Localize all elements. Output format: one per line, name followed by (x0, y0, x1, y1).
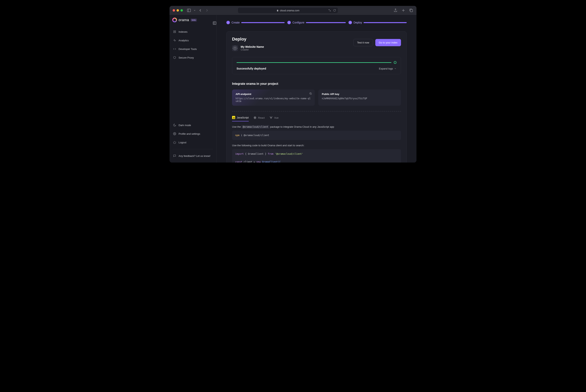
api-key-box: Public API key nJeMHbhhUd2Jq8HxTqGfGryuu… (318, 90, 401, 106)
svg-rect-4 (410, 10, 413, 12)
tab-vue[interactable]: Vue (269, 116, 279, 122)
svg-rect-0 (187, 9, 191, 12)
moon-icon (173, 124, 176, 127)
profile-settings[interactable]: Profile and settings (171, 130, 215, 138)
install-rest: i @oramacloud/client (239, 134, 269, 137)
step-progress-bar (306, 22, 346, 23)
chevron-down-icon[interactable] (193, 8, 196, 12)
stepper: ✓ Create ✓ Configure ✓ Deploy (226, 21, 407, 24)
power-icon (173, 141, 176, 144)
expand-logs-button[interactable]: Expand logs (379, 67, 397, 70)
tab-label: React (258, 116, 265, 119)
check-icon: ✓ (349, 21, 352, 24)
tab-label: JavaScript (237, 116, 249, 119)
forward-button[interactable] (205, 8, 209, 12)
logout-button[interactable]: Logout (171, 138, 215, 146)
package-name: @oramacloud/client (241, 125, 269, 129)
nav-label: Secure Proxy (179, 56, 194, 59)
javascript-icon: JS (232, 116, 235, 119)
kw: import (235, 152, 244, 155)
vue-icon (269, 116, 273, 119)
tab-javascript[interactable]: JS JavaScript (232, 116, 249, 122)
url-bar[interactable]: cloud.orama.com (238, 8, 338, 13)
step-configure[interactable]: ✓ Configure (287, 21, 346, 24)
str: '@oramacloud/client' (275, 152, 303, 155)
maximize-window-button[interactable] (180, 9, 183, 12)
nav-indexes[interactable]: Indexes (171, 28, 215, 36)
close-window-button[interactable] (173, 9, 175, 12)
tab-react[interactable]: React (253, 116, 265, 122)
step-progress-bar (241, 22, 284, 23)
back-button[interactable] (198, 8, 202, 12)
copy-endpoint-button[interactable] (309, 92, 312, 95)
main-nav: Indexes Analytics Developer Tools (170, 28, 216, 62)
nav-label: Dark mode (179, 124, 191, 127)
svg-point-10 (234, 47, 236, 49)
sdk-tabs: JS JavaScript React Vue (232, 116, 401, 122)
key-value: nJeMHbhhUd2Jq8HxTqGfGryuuJTUzTQP (322, 97, 397, 100)
sidebar-collapse-button[interactable] (213, 21, 217, 25)
nav-analytics[interactable]: Analytics (171, 36, 215, 44)
endpoint-value: https://cloud.orama.run/v1/indexes/my-we… (235, 97, 311, 102)
usage-intro: Use the following code to build Orama cl… (232, 144, 401, 147)
share-icon[interactable] (393, 8, 398, 12)
deploy-card: Deploy My Website Name Crawler (226, 31, 407, 162)
reload-icon[interactable] (333, 9, 336, 12)
nav-label: Any feedback? Let us know! (179, 154, 210, 158)
brand-name: orama (179, 18, 189, 22)
success-check-icon: ✓ (394, 61, 397, 64)
lock-icon (276, 10, 279, 12)
go-to-index-button[interactable]: Go to your index (375, 39, 401, 46)
api-endpoint-box: API endpoint https://cloud.orama.run/v1/… (232, 90, 315, 106)
logo-mark-icon (172, 18, 177, 22)
shield-icon (173, 56, 176, 59)
tabs-icon[interactable] (409, 8, 413, 12)
nav-label: Developer Tools (179, 48, 197, 50)
nav-label: Profile and settings (179, 132, 200, 135)
minimize-window-button[interactable] (177, 9, 179, 12)
index-name: My Website Name (241, 45, 264, 48)
sidebar-toggle-icon[interactable] (187, 8, 191, 12)
svg-rect-5 (213, 22, 216, 24)
key-label: Public API key (322, 92, 397, 96)
separator (173, 149, 213, 149)
fn: OramaClient({ (261, 160, 280, 162)
feedback-link[interactable]: Any feedback? Let us know! (171, 152, 215, 160)
nav-label: Analytics (179, 39, 189, 42)
main-content: ✓ Create ✓ Configure ✓ Deploy (217, 15, 416, 162)
step-create[interactable]: ✓ Create (226, 21, 284, 24)
npm-token: npm (235, 134, 239, 137)
intro-text: Use the @oramacloud/client package to in… (232, 125, 401, 128)
gear-icon (173, 132, 176, 135)
database-icon (173, 30, 176, 33)
install-command[interactable]: npm i @oramacloud/client (232, 130, 401, 140)
index-type: Crawler (241, 48, 264, 51)
intro-pre: Use the (232, 125, 241, 128)
sidebar: orama beta Indexes Analytics (170, 15, 217, 162)
translate-icon[interactable] (328, 9, 331, 12)
txt: { OramaClient } (244, 152, 268, 155)
test-button[interactable]: Test it now (353, 39, 373, 46)
step-deploy[interactable]: ✓ Deploy (349, 21, 407, 24)
dark-mode-toggle[interactable]: Dark mode (171, 121, 215, 129)
nav-label: Logout (179, 141, 186, 144)
app-content: orama beta Indexes Analytics (170, 15, 416, 162)
check-icon: ✓ (226, 21, 230, 24)
react-icon (253, 116, 256, 119)
usage-snippet[interactable]: import { OramaClient } from '@oramacloud… (232, 149, 401, 162)
url-text: cloud.orama.com (280, 9, 300, 12)
nav-secure-proxy[interactable]: Secure Proxy (171, 54, 215, 62)
svg-rect-8 (174, 32, 176, 33)
sidebar-footer: Dark mode Profile and settings Logout (170, 121, 216, 160)
message-icon (173, 154, 176, 158)
beta-badge: beta (191, 18, 197, 22)
svg-point-12 (254, 118, 255, 118)
traffic-lights (173, 9, 183, 12)
integrate-title: Integrate orama in your project (232, 82, 401, 86)
logo[interactable]: orama beta (170, 18, 216, 22)
new-tab-icon[interactable] (401, 8, 406, 12)
nav-developer-tools[interactable]: Developer Tools (171, 45, 215, 53)
card-header: Deploy My Website Name Crawler (232, 36, 401, 51)
progress-bar (236, 62, 391, 63)
kw: const (235, 160, 242, 162)
